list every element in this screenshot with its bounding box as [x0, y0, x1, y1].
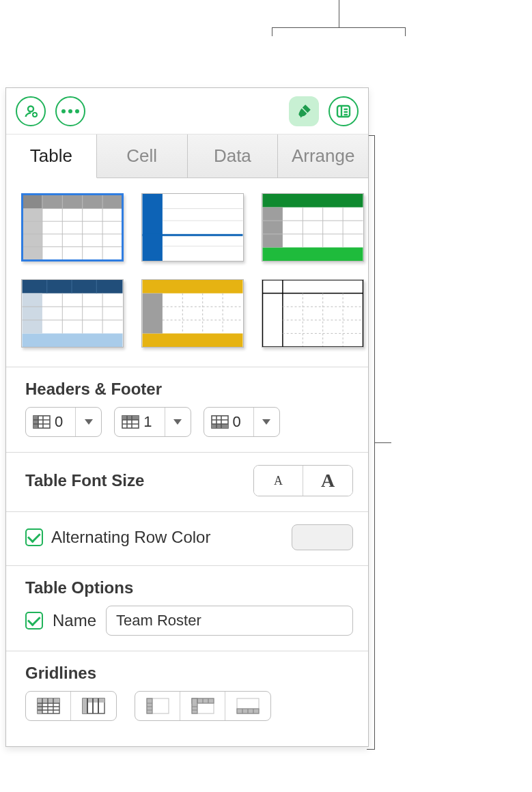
gridlines-header-row-button[interactable]	[180, 692, 225, 720]
table-style-3[interactable]	[262, 193, 364, 261]
footer-rows-icon	[211, 415, 229, 429]
inspector-scroll: Headers & Footer 0	[6, 178, 368, 746]
svg-rect-43	[143, 280, 243, 294]
table-styles-grid	[6, 178, 368, 367]
svg-rect-26	[263, 208, 283, 248]
inspector-toolbar	[6, 88, 368, 135]
header-columns-icon	[33, 415, 51, 429]
gridlines-section: Gridlines	[6, 651, 368, 736]
header-rows-dropdown[interactable]	[165, 408, 191, 436]
table-style-5[interactable]	[141, 279, 244, 348]
more-icon	[61, 109, 79, 113]
table-name-input[interactable]	[106, 606, 353, 636]
footer-rows-stepper[interactable]: 0	[204, 407, 280, 437]
table-options-title: Table Options	[25, 578, 353, 597]
more-button[interactable]	[55, 96, 85, 126]
table-style-2[interactable]	[141, 193, 244, 261]
collaborate-button[interactable]	[16, 96, 46, 126]
organize-button[interactable]	[328, 96, 359, 126]
alternating-row-section: Alternating Row Color	[6, 511, 368, 565]
svg-rect-62	[33, 416, 38, 428]
headers-footer-title: Headers & Footer	[25, 380, 353, 399]
svg-rect-101	[192, 698, 197, 713]
font-size-decrease-button[interactable]: A	[254, 466, 303, 496]
footer-rows-dropdown[interactable]	[253, 408, 279, 436]
callout-top-indicator	[272, 27, 406, 28]
format-inspector-panel: Table Cell Data Arrange	[5, 87, 369, 747]
header-columns-dropdown[interactable]	[75, 408, 101, 436]
tab-table[interactable]: Table	[6, 135, 97, 178]
table-name-label: Name	[53, 611, 96, 630]
inspector-tabs: Table Cell Data Arrange	[6, 135, 368, 178]
gridlines-header-col-button[interactable]	[135, 692, 180, 720]
svg-rect-95	[147, 698, 152, 713]
svg-rect-44	[143, 333, 243, 347]
format-button[interactable]	[289, 96, 319, 126]
font-size-segmented: A A	[253, 465, 353, 496]
svg-rect-90	[83, 698, 87, 713]
gridlines-header-segmented	[135, 691, 271, 721]
table-style-6[interactable]	[262, 279, 364, 348]
table-style-4[interactable]	[21, 279, 124, 348]
svg-rect-24	[263, 194, 363, 208]
gridlines-vertical-button[interactable]	[71, 692, 116, 720]
font-size-increase-button[interactable]: A	[303, 466, 352, 496]
tab-cell[interactable]: Cell	[97, 135, 188, 178]
svg-rect-81	[38, 698, 42, 713]
headers-footer-section: Headers & Footer 0	[6, 367, 368, 452]
table-options-section: Table Options Name	[6, 565, 368, 651]
header-rows-stepper[interactable]: 1	[114, 407, 191, 437]
chevron-down-icon	[262, 419, 270, 425]
svg-rect-33	[23, 333, 123, 347]
header-columns-value: 0	[55, 413, 70, 431]
svg-rect-32	[23, 280, 123, 294]
table-style-1[interactable]	[21, 193, 124, 261]
gridlines-horizontal-button[interactable]	[26, 692, 71, 720]
alternating-row-color-well[interactable]	[292, 524, 353, 550]
svg-rect-74	[212, 424, 228, 428]
font-size-label: Table Font Size	[25, 471, 144, 490]
svg-rect-51	[263, 280, 363, 347]
header-rows-icon	[122, 415, 139, 429]
svg-rect-34	[23, 294, 42, 334]
font-size-section: Table Font Size A A	[6, 452, 368, 511]
gridlines-body-segmented	[25, 691, 117, 721]
callout-right-indicator	[374, 135, 375, 750]
svg-rect-25	[263, 247, 363, 261]
footer-rows-value: 0	[233, 413, 248, 431]
svg-rect-20	[143, 234, 243, 236]
gridlines-title: Gridlines	[25, 664, 353, 683]
header-columns-stepper[interactable]: 0	[25, 407, 102, 437]
svg-point-0	[28, 106, 33, 111]
tab-data[interactable]: Data	[188, 135, 279, 178]
tab-arrange[interactable]: Arrange	[278, 135, 368, 178]
svg-rect-68	[122, 416, 139, 420]
header-rows-value: 1	[143, 413, 158, 431]
svg-rect-45	[143, 294, 163, 334]
gridlines-footer-row-button[interactable]	[225, 692, 270, 720]
alternating-row-label: Alternating Row Color	[51, 528, 210, 547]
chevron-down-icon	[173, 419, 182, 425]
chevron-down-icon	[85, 419, 93, 425]
svg-rect-9	[23, 194, 42, 209]
svg-rect-2	[337, 106, 350, 117]
alternating-row-checkbox[interactable]	[25, 528, 43, 546]
svg-rect-19	[143, 194, 163, 261]
table-name-checkbox[interactable]	[25, 612, 43, 630]
